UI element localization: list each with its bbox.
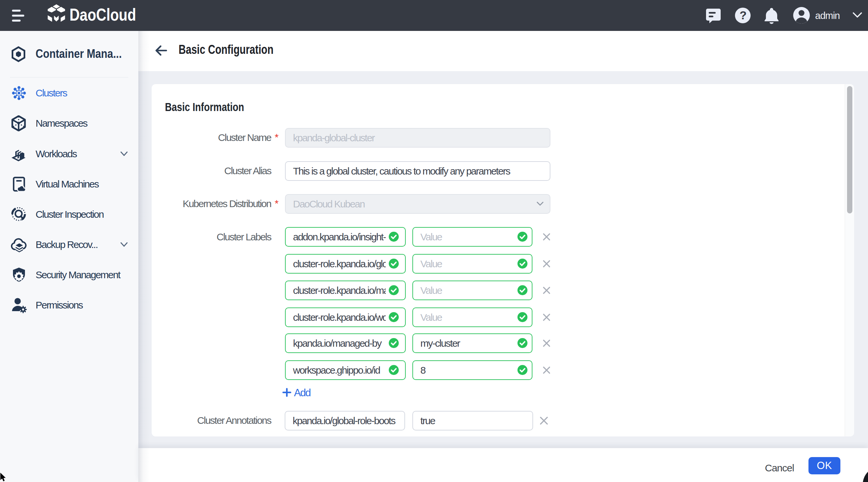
svg-text:?: ?: [740, 9, 746, 22]
